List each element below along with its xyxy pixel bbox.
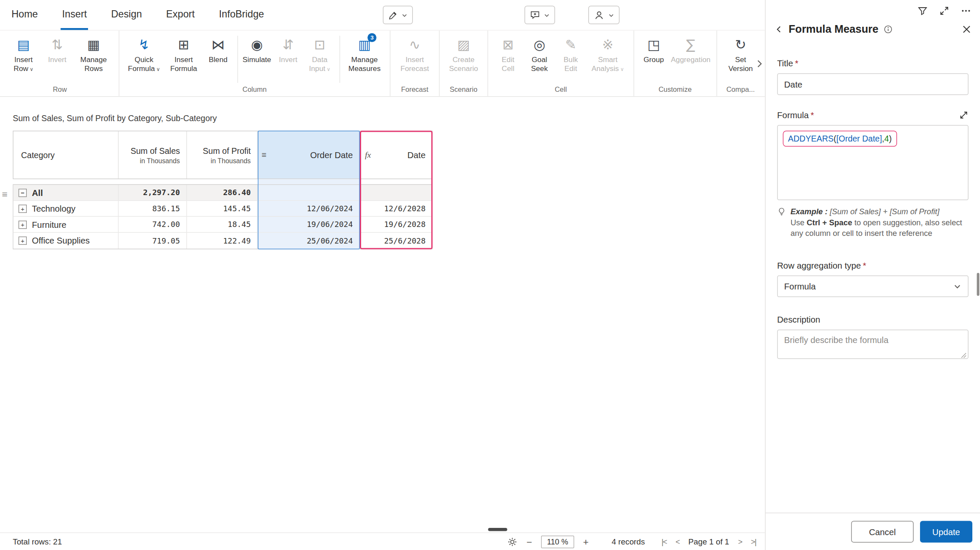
- cell-date[interactable]: 19/6/2028: [360, 217, 432, 233]
- more-options-icon[interactable]: [961, 6, 971, 16]
- close-panel-icon[interactable]: [962, 25, 971, 34]
- insert-formula-button[interactable]: ⊞ Insert Formula: [165, 34, 202, 74]
- row-aggregation-type-dropdown[interactable]: Formula: [777, 275, 969, 297]
- cell-date[interactable]: 12/6/2028: [360, 201, 432, 217]
- cell-sales[interactable]: 742.00: [119, 217, 187, 233]
- ribbon-group-forecast: ∿ Insert Forecast Forecast: [390, 31, 439, 96]
- insert-forecast-button[interactable]: ∿ Insert Forecast: [395, 34, 434, 74]
- expand-formula-editor-icon[interactable]: [959, 111, 969, 120]
- vertical-scrollbar-thumb[interactable]: [977, 273, 980, 296]
- cell-sales[interactable]: 836.15: [119, 201, 187, 217]
- cell-profit[interactable]: 286.40: [187, 185, 258, 201]
- cell-profit[interactable]: 145.45: [187, 201, 258, 217]
- edit-cell-button[interactable]: ⊠ Edit Cell: [493, 34, 523, 74]
- expand-row-icon[interactable]: +: [19, 237, 27, 245]
- column-header-sum-of-sales[interactable]: Sum of Sales in Thousands: [119, 131, 187, 179]
- blend-button[interactable]: ⋈ Blend: [203, 34, 234, 65]
- manage-measures-button[interactable]: ▥ 3 Manage Measures: [343, 34, 385, 74]
- aggregation-field-label: Row aggregation type*: [777, 261, 969, 271]
- tab-home[interactable]: Home: [10, 0, 39, 30]
- cell-date[interactable]: 25/6/2028: [360, 233, 432, 249]
- row-drag-handle-icon[interactable]: ≡: [2, 189, 8, 200]
- table-row-furniture[interactable]: +Furniture 742.00 18.45 19/06/2024 19/6/…: [14, 217, 432, 233]
- zoom-in-button[interactable]: +: [583, 536, 589, 547]
- account-split-button[interactable]: [588, 6, 620, 25]
- chevron-down-icon[interactable]: [608, 12, 615, 18]
- table-row-office-supplies[interactable]: +Office Supplies 719.05 122.49 25/06/202…: [14, 233, 432, 249]
- smart-analysis-button[interactable]: ※ Smart Analysis: [587, 34, 629, 75]
- cell-order-date[interactable]: 25/06/2024: [258, 233, 360, 249]
- table-row-all[interactable]: −All 2,297.20 286.40: [14, 185, 432, 201]
- tab-design[interactable]: Design: [110, 0, 143, 30]
- quick-formula-button[interactable]: ↯ Quick Formula: [123, 34, 164, 75]
- cell-profit[interactable]: 122.49: [187, 233, 258, 249]
- next-page-button[interactable]: >: [738, 537, 742, 546]
- tab-export[interactable]: Export: [165, 0, 196, 30]
- info-icon[interactable]: [883, 25, 892, 34]
- chevron-down-icon[interactable]: [544, 12, 550, 18]
- cell-order-date[interactable]: 12/06/2024: [258, 201, 360, 217]
- insert-row-button[interactable]: ▤ Insert Row: [6, 34, 42, 75]
- column-header-sum-of-profit[interactable]: Sum of Profit in Thousands: [187, 131, 258, 179]
- formula-expression-highlight[interactable]: ADDYEARS([Order Date],4): [783, 131, 897, 147]
- invert-columns-icon: ⇵: [282, 37, 293, 52]
- panel-header: Formula Measure: [766, 17, 980, 40]
- cell-order-date[interactable]: [258, 185, 360, 201]
- cell-order-date[interactable]: 19/06/2024: [258, 217, 360, 233]
- tab-infobridge[interactable]: InfoBridge: [218, 0, 265, 30]
- edit-cell-icon: ⊠: [502, 37, 513, 52]
- column-header-order-date[interactable]: ≡ Order Date: [258, 131, 360, 179]
- invert-rows-icon: ⇅: [51, 37, 63, 52]
- cancel-button[interactable]: Cancel: [851, 521, 914, 543]
- ribbon-scroll-right-button[interactable]: [754, 31, 765, 96]
- chevron-down-icon: [953, 282, 962, 291]
- add-comment-split-button[interactable]: [524, 6, 555, 25]
- column-drag-handle-icon[interactable]: ≡: [262, 150, 266, 160]
- rename-edit-button[interactable]: [383, 6, 413, 25]
- required-asterisk: *: [795, 59, 798, 68]
- required-asterisk: *: [811, 111, 814, 120]
- aggregation-button[interactable]: ∑ Aggregation: [669, 34, 712, 65]
- goal-seek-button[interactable]: ◎ Goal Seek: [524, 34, 555, 74]
- bulk-edit-button[interactable]: ✎ Bulk Edit: [556, 34, 586, 74]
- group-button[interactable]: ◳ Group: [638, 34, 669, 65]
- create-scenario-button[interactable]: ▨ Create Scenario: [444, 34, 483, 74]
- simulate-button[interactable]: ◉ Simulate: [242, 34, 272, 65]
- cell-profit[interactable]: 18.45: [187, 217, 258, 233]
- manage-rows-button[interactable]: ▦ Manage Rows: [73, 34, 114, 74]
- title-input[interactable]: [777, 74, 969, 95]
- cell-sales[interactable]: 719.05: [119, 233, 187, 249]
- menubar: Home Insert Design Export InfoBridge: [0, 0, 765, 31]
- expand-window-icon[interactable]: [939, 6, 949, 16]
- tab-insert[interactable]: Insert: [61, 0, 88, 30]
- last-page-button[interactable]: >|: [751, 537, 756, 546]
- zoom-out-button[interactable]: −: [527, 536, 532, 547]
- zoom-level-input[interactable]: [541, 535, 574, 548]
- back-button[interactable]: [775, 25, 783, 34]
- expand-row-icon[interactable]: +: [19, 204, 27, 213]
- filter-icon[interactable]: [917, 6, 928, 16]
- example-label: Example :: [791, 207, 828, 216]
- formula-number-token: 4: [884, 134, 889, 144]
- report-canvas: Sum of Sales, Sum of Profit by Category,…: [0, 97, 765, 533]
- zoom-settings-gear-icon[interactable]: [507, 536, 518, 547]
- insert-row-icon: ▤: [17, 37, 30, 52]
- required-asterisk: *: [863, 261, 866, 271]
- cell-date[interactable]: [360, 185, 432, 201]
- column-header-date[interactable]: fx Date: [360, 131, 432, 179]
- cell-sales[interactable]: 2,297.20: [119, 185, 187, 201]
- horizontal-scrollbar-thumb[interactable]: [488, 528, 507, 531]
- column-header-category[interactable]: Category: [14, 131, 119, 179]
- collapse-row-icon[interactable]: −: [19, 188, 27, 197]
- update-button[interactable]: Update: [920, 521, 972, 543]
- previous-page-button[interactable]: <: [675, 537, 679, 546]
- formula-editor[interactable]: ADDYEARS([Order Date],4): [777, 125, 969, 200]
- chevron-down-icon: [402, 12, 408, 18]
- description-textarea[interactable]: [777, 330, 969, 359]
- table-row-technology[interactable]: +Technology 836.15 145.45 12/06/2024 12/…: [14, 201, 432, 217]
- invert-columns-button[interactable]: ⇵ Invert: [273, 34, 303, 65]
- first-page-button[interactable]: |<: [661, 537, 667, 546]
- data-input-button[interactable]: ⊡ Data Input: [304, 34, 335, 75]
- invert-rows-button[interactable]: ⇅ Invert: [42, 34, 73, 65]
- expand-row-icon[interactable]: +: [19, 220, 27, 229]
